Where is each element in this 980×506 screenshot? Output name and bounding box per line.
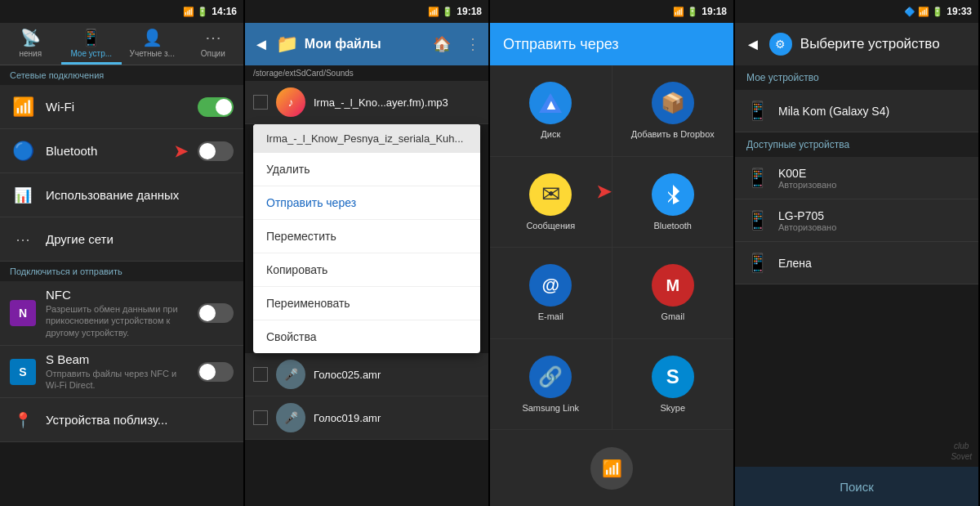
screen4-wrapper: Мое устройство 📱 Mila Kom (Galaxy S4) До…	[735, 65, 978, 506]
bluetooth-toggle[interactable]	[198, 141, 234, 161]
bluetooth-red-arrow: ➤	[174, 141, 188, 161]
device-elena[interactable]: 📱 Елена	[735, 242, 978, 284]
nearby-text: Устройства поблизу...	[46, 413, 234, 427]
other-networks-icon: ⋯	[10, 226, 36, 253]
file-item-audio[interactable]: ♪ Irma_-_l_Kno...ayer.fm).mp3	[245, 81, 488, 124]
nfc-title: NFC	[46, 288, 188, 302]
tab-options[interactable]: ⋯ Опции	[183, 23, 244, 65]
home-icon-2[interactable]: 🏠	[433, 35, 451, 53]
gear-icon-4[interactable]: ⚙	[769, 33, 792, 56]
email-icon: @	[529, 264, 572, 307]
screen1-content: Сетевые подключения 📶 Wi-Fi 🔵 Bluetooth …	[0, 65, 243, 506]
battery-icon-4: 🔋	[932, 7, 943, 17]
elena-name: Елена	[778, 257, 967, 270]
nfc-toggle-knob	[199, 305, 216, 321]
signal-icon-3: 📶	[673, 7, 684, 17]
gmail-icon: M	[652, 264, 694, 307]
context-delete[interactable]: Удалить	[253, 153, 480, 186]
my-device[interactable]: 📱 Mila Kom (Galaxy S4)	[735, 90, 978, 132]
context-send[interactable]: Отправить через	[253, 186, 480, 220]
file-checkbox-audio[interactable]	[253, 95, 268, 110]
nfc-setting[interactable]: N NFC Разрешить обмен данными при прикос…	[0, 281, 243, 346]
lg-status: Авторизовано	[778, 222, 967, 232]
wifi-toggle[interactable]	[198, 97, 234, 117]
file-item-voice1[interactable]: 🎤 Голос025.amr	[245, 353, 488, 396]
context-properties[interactable]: Свойства	[253, 320, 480, 353]
share-dialog-header: Отправить через	[490, 23, 733, 65]
my-device-icon: 📱	[746, 101, 768, 122]
other-networks-title: Другие сети	[46, 232, 234, 246]
voice2-checkbox[interactable]	[253, 410, 268, 425]
sbeam-toggle[interactable]	[198, 362, 234, 382]
share-samsung-link[interactable]: 🔗 Samsung Link	[490, 339, 612, 430]
gmail-label: Gmail	[661, 311, 684, 321]
tab-bar-1: 📡 нения 📱 Мое устр... 👤 Учетные з... ⋯ О…	[0, 23, 243, 65]
drive-icon: ▲	[529, 82, 572, 124]
tab-device-label: Мое устр...	[70, 49, 112, 58]
bluetooth-icon: 🔵	[10, 138, 36, 164]
status-icons-2: 📶 🔋	[428, 7, 453, 17]
share-dropbox[interactable]: 📦 Добавить в Dropbox	[612, 65, 734, 156]
messages-label: Сообщения	[526, 221, 575, 231]
nearby-setting[interactable]: 📍 Устройства поблизу...	[0, 398, 243, 442]
back-arrow-2[interactable]: ◄	[253, 35, 270, 54]
search-button[interactable]: Поиск	[735, 467, 978, 506]
back-arrow-4[interactable]: ◄	[745, 35, 761, 54]
sbeam-setting[interactable]: S S Beam Отправить файлы через NFC и Wi-…	[0, 346, 243, 399]
tab-connections[interactable]: 📡 нения	[0, 23, 61, 65]
skype-icon: S	[652, 356, 694, 398]
context-copy[interactable]: Копировать	[253, 253, 480, 287]
screen-file-manager: 📶 🔋 19:18 ◄ 📁 Мои файлы 🏠 ⋮ /storage/ext…	[245, 0, 490, 506]
k00e-name: K00E	[778, 167, 967, 180]
device-k00e[interactable]: 📱 K00E Авторизовано	[735, 157, 978, 199]
data-setting[interactable]: 📊 Использование данных	[0, 173, 243, 217]
time-2: 19:18	[457, 6, 482, 17]
nearby-icon: 📍	[10, 407, 36, 433]
bluetooth-share-icon	[652, 173, 694, 216]
context-menu: Irma_-_l_Know_Pesnya_iz_seriala_Kuh... У…	[253, 124, 480, 353]
voice1-checkbox[interactable]	[253, 367, 268, 382]
elena-icon: 📱	[746, 253, 768, 274]
tab-connections-icon: 📡	[20, 28, 41, 47]
context-rename[interactable]: Переименовать	[253, 287, 480, 320]
screen3-content: ▲ Диск 📦 Добавить в Dropbox ✉ Сообщения	[490, 65, 733, 506]
samsung-link-label: Samsung Link	[522, 403, 579, 413]
tab-options-label: Опции	[201, 49, 225, 58]
wifi-title: Wi-Fi	[46, 100, 188, 114]
battery-icon-3: 🔋	[687, 7, 698, 17]
context-move[interactable]: Переместить	[253, 220, 480, 253]
sbeam-subtitle: Отправить файлы через NFC и Wi-Fi Direct…	[46, 368, 188, 392]
tab-device[interactable]: 📱 Мое устр...	[61, 23, 122, 65]
dropbox-icon: 📦	[652, 82, 694, 124]
share-grid: ▲ Диск 📦 Добавить в Dropbox ✉ Сообщения	[490, 65, 733, 506]
device-lg-p705[interactable]: 📱 LG-P705 Авторизовано	[735, 199, 978, 242]
share-drive[interactable]: ▲ Диск	[490, 65, 612, 156]
status-bar-4: 🔷 📶 🔋 19:33	[735, 0, 978, 23]
voice2-name: Голос019.amr	[314, 412, 480, 424]
tab-accounts[interactable]: 👤 Учетные з...	[122, 23, 183, 65]
share-email[interactable]: @ E-mail	[490, 248, 612, 338]
wifi-direct-icon: 📶	[590, 447, 633, 490]
time-1: 14:16	[212, 6, 237, 17]
other-networks-setting[interactable]: ⋯ Другие сети	[0, 217, 243, 262]
nfc-toggle[interactable]	[198, 303, 234, 323]
status-bar-2: 📶 🔋 19:18	[245, 0, 488, 23]
tab-accounts-label: Учетные з...	[130, 49, 175, 58]
file-item-voice2[interactable]: 🎤 Голос019.amr	[245, 396, 488, 440]
share-skype[interactable]: S Skype	[612, 339, 734, 430]
share-gmail[interactable]: M Gmail	[612, 248, 734, 338]
folder-icon: 📁	[276, 34, 298, 55]
sbeam-toggle-knob	[199, 364, 216, 380]
share-bluetooth[interactable]: Bluetooth ➤	[612, 157, 734, 248]
more-icon-2[interactable]: ⋮	[466, 35, 480, 53]
status-bar-1: 📶 🔋 14:16	[0, 0, 243, 23]
share-wifi-direct[interactable]: 📶	[490, 430, 733, 506]
breadcrumb-2: /storage/extSdCard/Sounds	[245, 65, 488, 81]
k00e-status: Авторизовано	[778, 180, 967, 190]
status-icons-4: 🔷 📶 🔋	[904, 7, 943, 17]
share-messages[interactable]: ✉ Сообщения	[490, 157, 612, 248]
device-select-title: Выберите устройство	[800, 36, 940, 52]
wifi-setting[interactable]: 📶 Wi-Fi	[0, 85, 243, 129]
tab-accounts-icon: 👤	[142, 28, 163, 47]
bluetooth-setting[interactable]: 🔵 Bluetooth ➤	[0, 129, 243, 173]
